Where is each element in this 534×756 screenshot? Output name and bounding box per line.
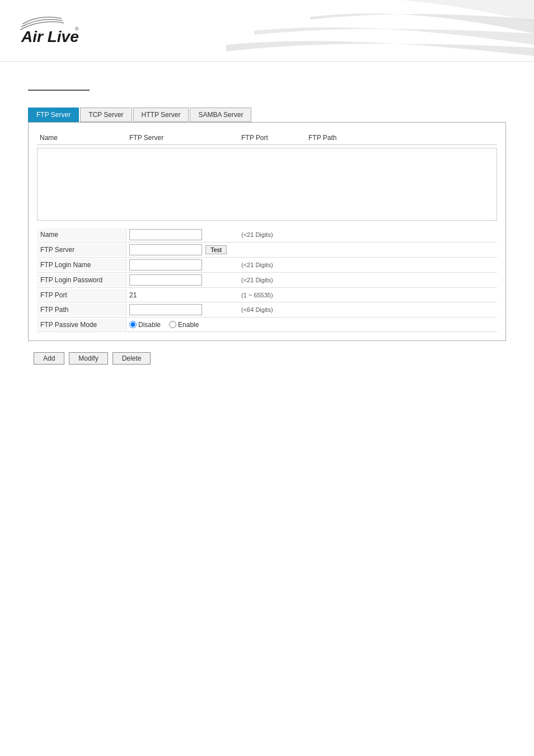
form-row-port: FTP Port 21 (1 ~ 65535) [37, 288, 497, 302]
label-name: Name [37, 228, 127, 241]
label-port: FTP Port [37, 289, 127, 301]
col-port: FTP Port [238, 134, 306, 142]
label-path: FTP Path [37, 304, 127, 316]
col-server: FTP Server [127, 134, 238, 142]
passive-disable-text: Disable [138, 321, 161, 329]
form-row-passive-mode: FTP Passive Mode Disable Enable [37, 318, 497, 332]
hint-name: (<21 Digits) [238, 229, 497, 240]
passive-enable-text: Enable [178, 321, 199, 329]
ftp-panel: Name FTP Server FTP Port FTP Path Name (… [28, 122, 506, 341]
table-header: Name FTP Server FTP Port FTP Path [37, 131, 497, 145]
test-button[interactable]: Test [205, 245, 227, 254]
col-name: Name [37, 134, 127, 142]
login-password-input[interactable] [129, 274, 202, 286]
delete-button[interactable]: Delete [113, 352, 151, 365]
col-path: FTP Path [306, 134, 497, 142]
form-row-name: Name (<21 Digits) [37, 227, 497, 242]
passive-mode-options: Disable Enable [127, 319, 497, 331]
passive-disable-label[interactable]: Disable [129, 321, 161, 329]
tabs-container: FTP Server TCP Server HTTP Server SAMBA … [28, 108, 506, 122]
tab-ftp-server[interactable]: FTP Server [28, 108, 79, 122]
ftp-list[interactable] [37, 148, 497, 221]
add-button[interactable]: Add [34, 352, 64, 365]
input-cell-ftp-server: Test [127, 242, 238, 257]
label-login-password: FTP Login Password [37, 274, 127, 286]
passive-enable-label[interactable]: Enable [169, 321, 199, 329]
header: Air Live ® [0, 0, 534, 62]
path-input[interactable] [129, 304, 202, 315]
action-buttons: Add Modify Delete [28, 352, 506, 365]
name-input[interactable] [129, 229, 202, 240]
tab-http-server[interactable]: HTTP Server [133, 108, 189, 122]
label-login-name: FTP Login Name [37, 259, 127, 271]
logo: Air Live ® [17, 8, 90, 49]
input-cell-name [127, 227, 238, 242]
form-row-ftp-server: FTP Server Test [37, 242, 497, 258]
main-content: FTP Server TCP Server HTTP Server SAMBA … [0, 62, 534, 381]
modify-button[interactable]: Modify [69, 352, 107, 365]
svg-text:®: ® [75, 26, 79, 32]
header-decoration [198, 0, 534, 62]
passive-disable-radio[interactable] [129, 321, 137, 328]
hint-ftp-server [238, 248, 497, 252]
hint-path: (<64 Digits) [238, 304, 497, 315]
input-cell-login-name [127, 258, 238, 272]
hint-login-password: (<21 Digits) [238, 274, 497, 286]
divider [28, 90, 90, 91]
hint-port: (1 ~ 65535) [238, 290, 497, 301]
form-row-login-name: FTP Login Name (<21 Digits) [37, 258, 497, 273]
input-cell-login-password [127, 273, 238, 287]
label-ftp-server: FTP Server [37, 244, 127, 256]
form-row-path: FTP Path (<64 Digits) [37, 302, 497, 318]
port-value: 21 [127, 289, 238, 301]
form-row-login-password: FTP Login Password (<21 Digits) [37, 273, 497, 288]
input-cell-path [127, 302, 238, 317]
label-passive-mode: FTP Passive Mode [37, 319, 127, 331]
svg-text:Air Live: Air Live [21, 28, 79, 45]
login-name-input[interactable] [129, 259, 202, 270]
ftp-server-input[interactable] [129, 244, 202, 255]
hint-login-name: (<21 Digits) [238, 259, 497, 270]
tab-samba-server[interactable]: SAMBA Server [190, 108, 251, 122]
tab-tcp-server[interactable]: TCP Server [80, 108, 132, 122]
passive-enable-radio[interactable] [169, 321, 176, 328]
